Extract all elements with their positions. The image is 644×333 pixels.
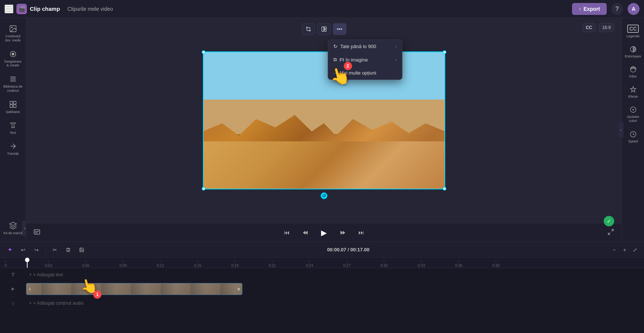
export-button[interactable]: ↑ Export <box>572 3 607 15</box>
sidebar-item-record[interactable]: Înregistrare & create <box>2 47 24 71</box>
right-sidebar-effects[interactable]: Efecte <box>624 83 643 101</box>
audio-track-label: ♫ <box>0 301 26 306</box>
ruler-mark-9: 0:27 <box>343 261 350 268</box>
handle-rotate[interactable]: ↺ <box>321 192 327 199</box>
timeline-cut-button[interactable]: ✂ <box>50 245 60 255</box>
video-track-label: ▶ <box>0 286 26 291</box>
skip-to-start-button[interactable]: ⏮ <box>281 227 293 239</box>
zoom-in-button[interactable]: + <box>620 245 629 254</box>
right-sidebar-filters[interactable]: Filtre <box>624 63 643 81</box>
timeline-add-button[interactable]: ✦ <box>4 245 15 255</box>
cursor-badge-1: 1 <box>93 290 101 299</box>
timeline-delete-button[interactable] <box>63 245 73 255</box>
sidebar-item-library[interactable]: Biblioteca de conținut <box>2 72 24 96</box>
ruler-mark-10: 0:30 <box>380 261 387 268</box>
pip-icon: ⧉ <box>333 57 337 63</box>
sidebar-item-text[interactable]: Text <box>2 118 24 138</box>
context-menu-rotate[interactable]: ↻ Tate până lo 900 › <box>328 40 402 53</box>
app-logo: 🎬 <box>16 4 27 14</box>
ruler-mark-12: 0:36 <box>455 261 462 268</box>
video-clip[interactable]: ⏸ ⏸ <box>26 283 242 295</box>
svg-rect-5 <box>13 101 16 104</box>
handle-top-right[interactable] <box>443 50 446 54</box>
current-time: 00:00.07 <box>327 247 346 252</box>
handle-bottom-left[interactable] <box>202 187 205 191</box>
avatar-button[interactable]: A <box>628 3 640 15</box>
audio-track-icon: ♫ <box>12 301 15 306</box>
ruler-mark-13: 0:39 <box>492 261 499 268</box>
svg-rect-6 <box>10 105 12 107</box>
add-text-label: + Adăugați text <box>33 272 63 277</box>
fullscreen-button[interactable] <box>607 229 614 237</box>
effects-label: Efecte <box>628 95 638 98</box>
captions-label: Legende <box>626 34 640 38</box>
rewind-button[interactable] <box>299 227 311 239</box>
sidebar-item-brand-label: Kit de marcă <box>3 231 22 235</box>
sidebar-item-media[interactable]: Conținutul dvs. mede <box>2 22 24 45</box>
captions-icon: CC <box>627 25 638 33</box>
context-menu-more-label: Mai multe opțiuni <box>340 70 376 76</box>
breadcrumb: Clipurile mele video <box>67 6 113 12</box>
handle-bottom-right[interactable] <box>443 187 446 191</box>
right-sidebar-color-adjust[interactable]: Ajustare culori <box>624 103 643 126</box>
svg-rect-10 <box>324 29 326 31</box>
hamburger-menu-button[interactable] <box>4 4 13 13</box>
video-selection-overlay: ↺ <box>203 51 445 189</box>
svg-rect-4 <box>10 101 12 104</box>
top-navigation: 🎬 Clip champ Clipurile mele video ↑ Expo… <box>0 0 644 18</box>
forward-button[interactable] <box>337 227 349 239</box>
context-menu-pip[interactable]: ⧉ PI în imagine › <box>328 53 402 66</box>
zoom-fit-button[interactable]: ⤢ <box>631 245 640 254</box>
right-sidebar-fade[interactable]: Estompare <box>624 43 643 61</box>
ruler-mark-1: 0:03 <box>45 261 52 268</box>
context-menu-rotate-label: Tate până lo 900 <box>340 44 376 49</box>
right-sidebar-captions[interactable]: CC Legende <box>624 22 643 41</box>
speed-label: Speed <box>628 139 638 143</box>
play-button[interactable]: ▶ <box>318 227 330 239</box>
sidebar-item-transitions[interactable]: Tranziții <box>2 139 24 158</box>
sidebar-item-brand[interactable]: Kit de marcă › <box>2 219 24 238</box>
sidebar-item-library-label: Biblioteca de conținut <box>3 85 23 93</box>
aspect-ratio-badge[interactable]: 16:9 <box>599 23 614 32</box>
svg-line-14 <box>612 229 613 231</box>
handle-top-left[interactable] <box>202 50 205 54</box>
add-audio-button[interactable]: + + Adăugați conținut audio <box>26 301 644 306</box>
ruler-mark-8: 0:24 <box>306 261 313 268</box>
chevron-right-icon-2: › <box>395 57 397 62</box>
sidebar-item-templates[interactable]: Șabloane <box>2 97 24 117</box>
subtitles-button[interactable] <box>34 229 40 237</box>
add-audio-label: + Adăugați conținut audio <box>33 301 84 306</box>
right-sidebar-speed[interactable]: Speed <box>624 128 643 146</box>
right-sidebar-collapse-button[interactable]: ‹ <box>618 122 623 137</box>
text-track-row: T + + Adăugați text <box>0 268 644 282</box>
svg-rect-8 <box>322 27 324 31</box>
text-track-label: T <box>0 272 26 277</box>
svg-point-1 <box>11 27 12 28</box>
help-button[interactable]: ? <box>611 3 623 15</box>
add-text-button[interactable]: + + Adăugați text <box>26 272 644 277</box>
captions-badge[interactable]: CC <box>582 23 596 32</box>
more-options-button[interactable]: ••• <box>333 23 346 35</box>
layout-button[interactable] <box>317 23 331 35</box>
timeline-save-button[interactable] <box>76 245 87 255</box>
zoom-out-button[interactable]: − <box>610 245 619 254</box>
timeline-zoom-controls: − + ⤢ <box>610 245 640 254</box>
text-track-icon: T <box>12 272 14 277</box>
timeline-undo-button[interactable]: ↩ <box>18 245 28 255</box>
timeline-redo-button[interactable]: ↪ <box>31 245 42 255</box>
chevron-right-icon: › <box>395 44 397 49</box>
ruler-mark-11: 0:33 <box>418 261 425 268</box>
timeline-time-display: 00:00.07 / 00:17.00 <box>327 247 370 252</box>
rotate-icon: ↻ <box>333 44 337 49</box>
color-adjust-label: Ajustare culori <box>625 115 641 123</box>
crop-button[interactable] <box>302 23 315 35</box>
main-area: Conținutul dvs. mede Înregistrare & crea… <box>0 18 644 242</box>
more-dots-icon: ••• <box>337 26 342 32</box>
context-menu-pip-label: PI în imagine <box>340 57 368 63</box>
skip-to-end-button[interactable]: ⏭ <box>355 227 367 239</box>
context-menu-more[interactable]: ··· Mai multe opțiuni <box>328 66 402 79</box>
total-time: 00:17.00 <box>350 247 369 252</box>
clip-pause-right-icon: ⏸ <box>237 287 241 291</box>
export-icon: ↑ <box>579 6 581 12</box>
video-track-icon: ▶ <box>12 286 15 291</box>
